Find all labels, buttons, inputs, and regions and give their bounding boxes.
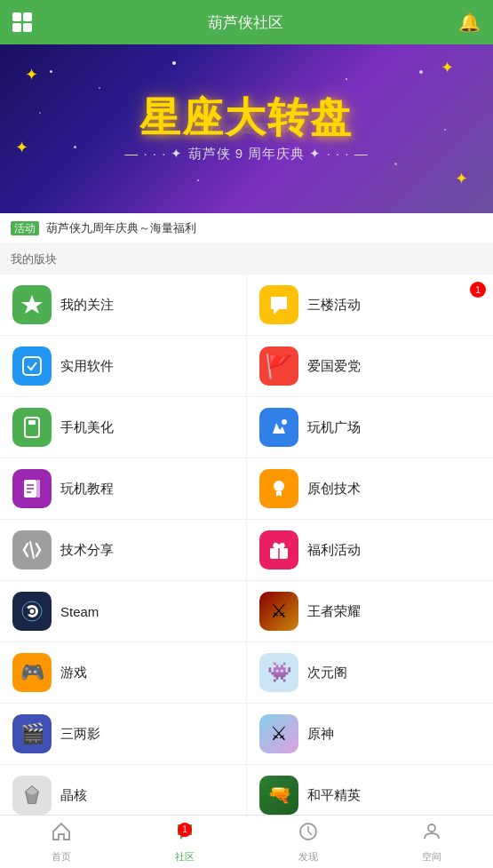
nav-discover[interactable]: 发现: [247, 821, 370, 864]
software-icon: [12, 346, 52, 386]
software-label: 实用软件: [60, 358, 114, 375]
space-icon: [421, 821, 442, 848]
block-row-3: 手机美化 玩机广场: [0, 397, 493, 458]
sparkle-4: ✦: [455, 169, 468, 188]
banner[interactable]: ✦ ✦ ✦ ✦ 星座大转盘 — · · · ✦ 葫芦侠 9 周年庆典 ✦ · ·…: [0, 44, 493, 213]
nav-community-label: 社区: [175, 850, 195, 864]
sparkle-3: ✦: [15, 138, 28, 157]
tech-label: 技术分享: [60, 542, 114, 559]
activity-bar[interactable]: 活动 葫芦侠九周年庆典～海量福利: [0, 213, 493, 244]
sparkle-1: ✦: [25, 65, 38, 84]
block-row-1: 我的关注 三楼活动 1: [0, 275, 493, 336]
nav-discover-label: 发现: [298, 850, 318, 864]
grid-menu-icon[interactable]: [12, 12, 32, 32]
welfare-icon: [259, 530, 298, 569]
block-item-patriot[interactable]: 🚩 爱国爱党: [247, 336, 493, 396]
activity-badge: 1: [470, 282, 486, 298]
bell-icon[interactable]: 🔔: [458, 12, 481, 33]
honor-label: 王者荣耀: [307, 603, 361, 620]
yuanzu-label: 次元阁: [307, 665, 347, 681]
block-row-6: Steam ⚔ 王者荣耀: [0, 581, 493, 642]
svg-point-4: [282, 419, 287, 425]
block-grid: 我的关注 三楼活动 1 实用软件 🚩 爱国爱党 手机美化: [0, 275, 493, 868]
svg-rect-6: [36, 480, 40, 498]
svg-marker-0: [21, 295, 43, 314]
yuanzu-icon: 👾: [259, 653, 298, 692]
block-item-game[interactable]: 🎮 游戏: [0, 642, 247, 703]
game-icon: 🎮: [12, 653, 52, 692]
genshin-label: 原神: [307, 726, 334, 743]
steam-label: Steam: [60, 604, 99, 619]
block-item-genshin[interactable]: ⚔ 原神: [247, 704, 493, 764]
tutorial-icon: [12, 469, 52, 508]
original-icon: [259, 469, 298, 508]
section-my-blocks: 我的版块: [0, 244, 493, 275]
block-item-tutorial[interactable]: 玩机教程: [0, 458, 247, 519]
home-icon: [51, 821, 72, 848]
block-item-tech[interactable]: 技术分享: [0, 520, 247, 580]
svg-rect-1: [23, 357, 41, 375]
nav-space-label: 空间: [422, 850, 441, 864]
follow-label: 我的关注: [60, 297, 114, 314]
playfield-icon: [259, 408, 298, 447]
game-label: 游戏: [60, 665, 87, 681]
sanyingyi-label: 三两影: [60, 726, 100, 743]
honor-icon: ⚔: [259, 592, 298, 631]
block-item-yuanzu[interactable]: 👾 次元阁: [247, 642, 493, 703]
activity-tag: 活动: [11, 221, 39, 235]
nav-community[interactable]: 1 社区: [123, 821, 247, 864]
svg-point-21: [428, 824, 435, 832]
block-item-sanyingyi[interactable]: 🎬 三两影: [0, 704, 247, 764]
block-item-software[interactable]: 实用软件: [0, 336, 247, 396]
block-item-follow[interactable]: 我的关注: [0, 275, 247, 335]
sanyingyi-icon: 🎬: [12, 714, 52, 753]
banner-subtitle: — · · · ✦ 葫芦侠 9 周年庆典 ✦ · · · —: [124, 146, 368, 163]
crystal-label: 晶核: [60, 787, 87, 804]
follow-icon: [12, 285, 52, 324]
svg-point-10: [274, 481, 284, 491]
steam-icon: [12, 592, 52, 631]
block-row-5: 技术分享 福利活动: [0, 520, 493, 581]
playfield-label: 玩机广场: [307, 419, 361, 436]
crystal-icon: [12, 776, 52, 815]
block-row-4: 玩机教程 原创技术: [0, 458, 493, 520]
tutorial-label: 玩机教程: [60, 481, 114, 498]
bottom-nav: 首页 1 社区 发现 空间: [0, 815, 493, 868]
welfare-label: 福利活动: [307, 542, 361, 559]
block-item-activity[interactable]: 三楼活动 1: [247, 275, 493, 335]
original-label: 原创技术: [307, 481, 361, 498]
header-title: 葫芦侠社区: [208, 12, 283, 33]
svg-point-16: [30, 609, 35, 614]
block-item-original[interactable]: 原创技术: [247, 458, 493, 519]
peace-icon: 🔫: [259, 776, 298, 815]
block-row-8: 🎬 三两影 ⚔ 原神: [0, 704, 493, 765]
discover-icon: [298, 821, 319, 848]
block-row-2: 实用软件 🚩 爱国爱党: [0, 336, 493, 397]
beautify-icon: [12, 408, 52, 447]
tech-icon: [12, 530, 52, 569]
patriot-icon: 🚩: [259, 346, 298, 386]
banner-content: 星座大转盘 — · · · ✦ 葫芦侠 9 周年庆典 ✦ · · · —: [124, 95, 368, 163]
activity-text: 葫芦侠九周年庆典～海量福利: [46, 221, 196, 235]
block-item-playfield[interactable]: 玩机广场: [247, 397, 493, 458]
block-item-honor[interactable]: ⚔ 王者荣耀: [247, 581, 493, 641]
sparkle-2: ✦: [441, 58, 454, 77]
peace-label: 和平精英: [307, 787, 361, 804]
activity-icon: [259, 285, 298, 324]
svg-rect-3: [28, 420, 36, 425]
genshin-icon: ⚔: [259, 714, 298, 753]
community-badge: 1: [178, 823, 192, 837]
header: 葫芦侠社区 🔔: [0, 0, 493, 44]
block-item-beautify[interactable]: 手机美化: [0, 397, 247, 458]
block-item-welfare[interactable]: 福利活动: [247, 520, 493, 580]
nav-home-label: 首页: [52, 850, 71, 864]
beautify-label: 手机美化: [60, 419, 114, 436]
block-row-7: 🎮 游戏 👾 次元阁: [0, 642, 493, 704]
block-item-steam[interactable]: Steam: [0, 581, 247, 641]
nav-space[interactable]: 空间: [370, 821, 493, 864]
activity-label: 三楼活动: [307, 297, 361, 314]
patriot-label: 爱国爱党: [307, 358, 361, 375]
svg-line-11: [30, 542, 34, 558]
nav-home[interactable]: 首页: [0, 821, 123, 864]
banner-title: 星座大转盘: [124, 95, 368, 140]
